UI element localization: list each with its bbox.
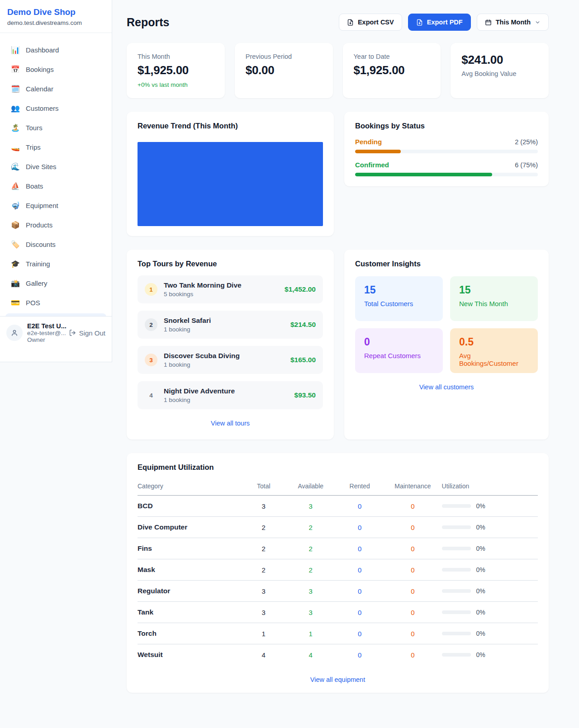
sailboat-icon: ⛵ [11,182,20,190]
sidebar-item-tours[interactable]: 🏝️ Tours [5,118,106,137]
sidebar-item-boats[interactable]: ⛵ Boats [5,176,106,196]
status-row-pending: Pending 2 (25%) [355,138,538,153]
tile-label: Total Customers [364,300,434,307]
tour-revenue: $165.00 [290,356,316,364]
cell-total: 2 [242,559,285,581]
cell-utilization: 0% [442,517,538,538]
export-pdf-button[interactable]: Export PDF [408,14,471,31]
tour-name: Snorkel Safari [164,317,284,325]
utilization-bar [442,610,471,614]
file-download-icon [347,19,354,26]
cell-rented: 0 [336,496,384,517]
table-row: BCD33000% [138,496,538,517]
graduation-cap-icon: 🎓 [11,260,20,268]
sidebar-item-calendar[interactable]: 🗓️ Calendar [5,79,106,99]
view-all-equipment-link[interactable]: View all equipment [310,676,365,683]
sidebar-item-trips[interactable]: 🚤 Trips [5,137,106,157]
tour-row: 4 Night Dive Adventure 1 booking $93.50 [138,381,323,409]
status-label: Confirmed [355,161,389,169]
tile-label: Avg Bookings/Customer [459,352,529,367]
wave-icon: 🌊 [11,162,20,171]
cell-utilization: 0% [442,623,538,644]
table-row: Torch11000% [138,623,538,644]
header-actions: Export CSV Export PDF This Month [339,14,549,31]
utilization-bar [442,568,471,572]
tile-new-this-month: 15 New This Month [450,276,538,321]
page-header: Reports Export CSV Export PDF This Month [127,14,549,31]
view-all-tours-link[interactable]: View all tours [211,420,250,427]
main-content: Reports Export CSV Export PDF This Month… [127,0,549,693]
tour-bookings: 1 booking [164,397,288,403]
view-all-customers-link[interactable]: View all customers [419,383,474,391]
avatar [6,325,23,341]
utilization-percent: 0% [476,502,485,510]
cell-utilization: 0% [442,538,538,559]
sidebar-item-dive-sites[interactable]: 🌊 Dive Sites [5,157,106,176]
cell-category: BCD [138,496,242,517]
sidebar: Demo Dive Shop demo.test.divestreams.com… [0,0,112,362]
cell-available: 3 [285,602,336,623]
period-label: This Month [496,19,531,26]
column-utilization: Utilization [442,478,538,496]
utilization-bar [442,653,471,657]
cell-utilization: 0% [442,559,538,581]
stat-label: This Month [138,53,214,60]
cell-available: 2 [285,517,336,538]
cell-maintenance: 0 [384,644,441,666]
stat-card-previous-period: Previous Period $0.00 [235,43,333,98]
cell-maintenance: 0 [384,496,441,517]
cell-utilization: 0% [442,496,538,517]
status-count: 6 (75%) [515,161,538,169]
rank-badge: 2 [145,318,157,331]
revenue-trend-title: Revenue Trend (This Month) [138,122,323,130]
column-total: Total [242,478,285,496]
diving-mask-icon: 🤿 [11,201,20,210]
cell-rented: 0 [336,538,384,559]
stat-value: $241.00 [461,53,538,67]
sidebar-item-label: Boats [26,182,43,190]
sidebar-item-dashboard[interactable]: 📊 Dashboard [5,40,106,60]
period-dropdown[interactable]: This Month [477,14,549,31]
cell-rented: 0 [336,581,384,602]
stats-row: This Month $1,925.00 +0% vs last month P… [127,43,549,98]
cell-available: 1 [285,623,336,644]
user-email: e2e-tester@... [27,330,63,336]
cell-maintenance: 0 [384,581,441,602]
cell-total: 1 [242,623,285,644]
island-icon: 🏝️ [11,123,20,132]
calendar-outline-icon [485,19,492,26]
sidebar-item-gallery[interactable]: 📸 Gallery [5,274,106,293]
sidebar-user-footer: E2E Test U... e2e-tester@... Owner Sign … [0,316,112,349]
sidebar-item-bookings[interactable]: 📅 Bookings [5,60,106,79]
utilization-bar [442,547,471,550]
sidebar-item-label: Dive Sites [26,163,57,170]
export-csv-button[interactable]: Export CSV [339,14,402,31]
tour-revenue: $214.50 [290,321,316,329]
tour-bookings: 5 bookings [164,291,278,298]
sidebar-item-products[interactable]: 📦 Products [5,215,106,235]
sidebar-item-pos[interactable]: 💳 POS [5,293,106,312]
status-bar-track [355,150,538,153]
tile-value: 0 [364,336,434,348]
sidebar-item-discounts[interactable]: 🏷️ Discounts [5,235,106,254]
insight-grid: 15 Total Customers 15 New This Month 0 R… [355,276,538,373]
cell-maintenance: 0 [384,623,441,644]
cell-total: 2 [242,538,285,559]
sidebar-item-training[interactable]: 🎓 Training [5,254,106,274]
sidebar-item-label: Trips [26,143,41,151]
bookings-calendar-icon: 📅 [11,65,20,74]
table-header-row: Category Total Available Rented Maintena… [138,478,538,496]
sidebar-item-equipment[interactable]: 🤿 Equipment [5,196,106,215]
sign-out-button[interactable]: Sign Out [69,329,105,337]
stat-label: Year to Date [354,53,430,60]
cell-category: Wetsuit [138,644,242,666]
status-count: 2 (25%) [515,138,538,146]
cell-total: 3 [242,581,285,602]
utilization-percent: 0% [476,609,485,616]
utilization-percent: 0% [476,545,485,552]
export-csv-label: Export CSV [358,19,394,26]
utilization-percent: 0% [476,566,485,573]
revenue-trend-chart [138,142,323,226]
stat-value: $1,925.00 [138,63,214,77]
sidebar-item-customers[interactable]: 👥 Customers [5,99,106,118]
